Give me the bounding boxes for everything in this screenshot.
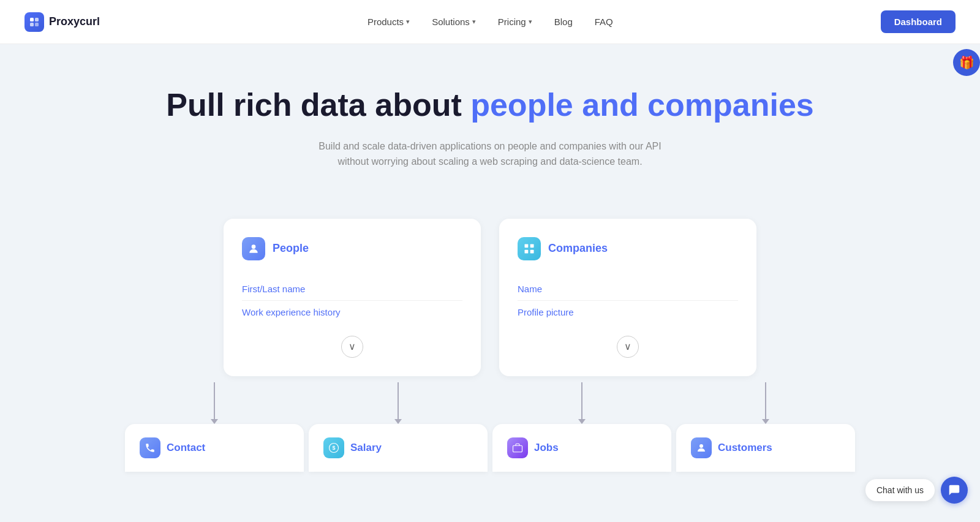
people-field-work: Work experience history — [242, 301, 462, 323]
chevron-down-icon: ▾ — [406, 18, 410, 26]
svg-rect-3 — [35, 23, 39, 26]
contact-card[interactable]: Contact — [125, 424, 304, 472]
arrow-down-customers — [762, 382, 769, 424]
companies-card-header: Companies — [518, 237, 738, 260]
salary-label: Salary — [350, 442, 382, 454]
svg-rect-6 — [530, 244, 534, 248]
arrow-down-salary — [394, 382, 402, 424]
nav-faq[interactable]: FAQ — [586, 12, 622, 32]
customers-label: Customers — [718, 442, 772, 454]
chat-widget: Chat with us — [865, 477, 968, 504]
arrow-customers — [674, 376, 858, 424]
nav-menu: Products ▾ Solutions ▾ Pricing ▾ Blog FA… — [359, 12, 622, 32]
hero-section: Pull rich data about people and companie… — [0, 44, 980, 200]
dashboard-button[interactable]: Dashboard — [881, 10, 956, 33]
arrow-contact — [123, 376, 306, 424]
jobs-icon — [507, 437, 528, 458]
svg-rect-0 — [30, 18, 34, 21]
gift-button[interactable]: 🎁 — [953, 49, 980, 76]
customers-card[interactable]: Customers — [676, 424, 855, 472]
hero-subtitle: Build and scale data-driven applications… — [306, 138, 674, 170]
companies-field-name: Name — [518, 278, 738, 301]
nav-solutions[interactable]: Solutions ▾ — [423, 12, 484, 32]
chat-icon — [948, 483, 961, 497]
svg-point-12 — [699, 444, 703, 448]
people-card-icon — [242, 237, 265, 260]
nav-blog[interactable]: Blog — [546, 12, 581, 32]
people-card-header: People — [242, 237, 462, 260]
hero-title: Pull rich data about people and companie… — [24, 87, 956, 124]
arrow-down-contact — [211, 382, 218, 424]
svg-rect-11 — [513, 445, 522, 452]
nav-pricing[interactable]: Pricing ▾ — [489, 12, 541, 32]
people-field-name: First/Last name — [242, 278, 462, 301]
people-card: People First/Last name Work experience h… — [224, 219, 481, 376]
gift-icon: 🎁 — [959, 55, 974, 70]
companies-card-icon — [518, 237, 541, 260]
cards-section: People First/Last name Work experience h… — [0, 200, 980, 376]
svg-rect-7 — [525, 250, 529, 254]
nav-products[interactable]: Products ▾ — [359, 12, 418, 32]
companies-field-picture: Profile picture — [518, 301, 738, 323]
arrow-salary — [306, 376, 490, 424]
customers-icon — [691, 437, 712, 458]
companies-card: Companies Name Profile picture ∨ — [499, 219, 756, 376]
logo-text: Proxycurl — [49, 15, 100, 28]
svg-rect-5 — [525, 244, 529, 248]
people-card-title: People — [273, 242, 309, 255]
svg-rect-1 — [35, 18, 39, 21]
companies-expand-button[interactable]: ∨ — [617, 336, 639, 358]
bottom-cards-row: Contact $ Salary Jobs — [123, 424, 858, 472]
arrow-jobs — [490, 376, 674, 424]
chevron-down-icon: ▾ — [472, 18, 476, 26]
people-expand-button[interactable]: ∨ — [341, 336, 363, 358]
svg-text:$: $ — [332, 445, 335, 451]
arrow-down-jobs — [578, 382, 586, 424]
logo[interactable]: Proxycurl — [24, 12, 100, 32]
svg-point-4 — [252, 244, 256, 249]
chevron-down-icon: ▾ — [529, 18, 532, 26]
arrow-row — [0, 376, 980, 424]
jobs-label: Jobs — [534, 442, 559, 454]
bottom-cards-section: Contact $ Salary Jobs — [0, 424, 980, 472]
chat-button[interactable] — [941, 477, 968, 504]
logo-icon — [24, 12, 44, 32]
chevron-down-icon: ∨ — [349, 341, 356, 352]
salary-icon: $ — [323, 437, 344, 458]
contact-label: Contact — [167, 442, 205, 454]
cards-row: People First/Last name Work experience h… — [123, 219, 858, 376]
chevron-down-icon: ∨ — [624, 341, 631, 352]
chat-bubble: Chat with us — [865, 479, 935, 501]
svg-rect-8 — [530, 250, 534, 254]
jobs-card[interactable]: Jobs — [492, 424, 671, 472]
contact-icon — [140, 437, 160, 458]
salary-card[interactable]: $ Salary — [309, 424, 488, 472]
companies-card-title: Companies — [548, 242, 608, 255]
navbar: Proxycurl Products ▾ Solutions ▾ Pricing… — [0, 0, 980, 44]
svg-rect-2 — [30, 23, 34, 26]
